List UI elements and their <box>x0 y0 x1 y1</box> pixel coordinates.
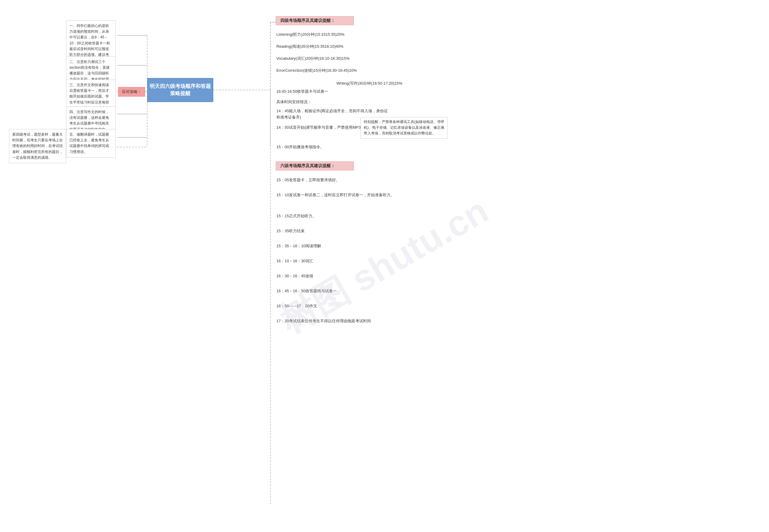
s1-item-5: Writing(写作)30分钟(16:50-17:20)15% <box>336 80 402 86</box>
s2-item-9: 16：50------17：20作文 <box>276 303 317 309</box>
s1-item-1: Listening(听力)20分钟(15:1515:35)20% <box>276 32 345 38</box>
s2-item-6: 16：10－16：30词汇 <box>276 258 313 264</box>
center-title-box: 明天四六级考场顺序和答题策略提醒 <box>147 78 213 102</box>
s2-item-2: 15：10发试卷一和试卷二，这时应立即打开试卷一，开始准备听力。 <box>276 192 394 198</box>
s1-item-2: Reading(阅读)35分钟(15:3516:10)40% <box>276 44 343 50</box>
s2-item-10: 17：20考试结束任何考生不得以任何理由拖延考试时间 <box>276 318 371 324</box>
s2-item-4: 15：35听力结束 <box>276 228 305 234</box>
section2-header: 六级考场顺序及其建议提醒： <box>276 161 354 170</box>
special-note: 特别提醒：严禁将各种通讯工具(如移动电话、寻呼机)、电子存储、记忆录放设备以及涂… <box>360 117 448 139</box>
center-title-text: 明天四六级考场顺序和答题策略提醒 <box>148 83 213 97</box>
left-box-5: 五、做翻译题时，试题册已经收上去，避免考生从试题册中找单词的拼写或习惯用语。 <box>66 129 116 158</box>
strategy-label: 应对策略： <box>118 87 145 97</box>
left-bottom-box: 新四级考试，题型多样，题量大时间紧，但考生只要在考场上合理有效的利用好时间，在考… <box>9 129 66 163</box>
s2-item-5: 15：35－16：10阅读理解 <box>276 243 321 249</box>
s1-item-7: 具体时间安排情况： <box>276 99 312 105</box>
s1-item-10: 15：00开始播放考场指令。 <box>276 144 324 150</box>
s2-item-1: 15：05发答题卡，立即按要求填好。 <box>276 177 340 183</box>
s2-item-8: 16：45－16：50收答题纸与试卷一 <box>276 288 337 294</box>
s1-item-3: Vocabulary(词汇)20分钟(16:10-16:30)15% <box>276 56 350 62</box>
s1-item-9: 14：50试音开始(调节频率与音量，严禁使用MP3等，) <box>276 125 370 131</box>
s1-item-4: ErrorCorrection(改错)15分钟(16:30-16:45)10% <box>276 68 357 74</box>
s2-item-7: 16：30－16：45改错 <box>276 273 313 279</box>
s2-item-3: 15：15正式开始听力。 <box>276 213 316 219</box>
section1-header: 四级考场顺序及其建议提醒： <box>276 16 354 25</box>
s1-item-6: 16:45-16:50收答题卡与试卷一 <box>276 89 328 95</box>
